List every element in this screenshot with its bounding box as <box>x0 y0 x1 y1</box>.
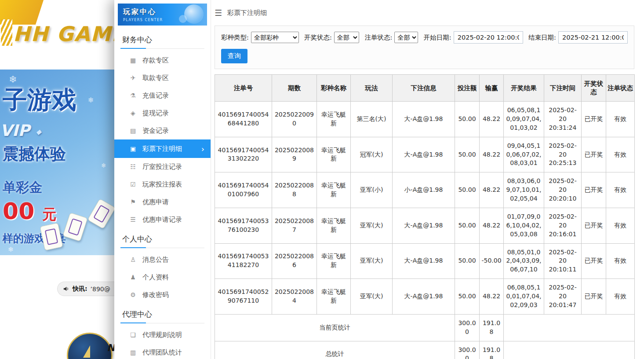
table-cell: 大-A盘@1.98 <box>393 102 455 137</box>
sidebar-item-label: 彩票下注明细 <box>142 145 182 153</box>
total-summary-row: 总统计300.00191.08 <box>215 341 635 359</box>
sidebar-item-label: 个人资料 <box>142 273 169 282</box>
lottery-type-label: 彩种类型: <box>221 33 249 42</box>
sidebar-item-lottery-bet-detail[interactable]: ▣彩票下注明细› <box>114 139 211 158</box>
sidebar-item-label: 优惠申请记录 <box>142 216 182 224</box>
table-cell: 401569174005468441280 <box>215 102 272 137</box>
table-cell: 亚军(大) <box>351 279 393 315</box>
sidebar-item-label: 存款专区 <box>142 56 169 65</box>
mahjong-tile <box>62 212 87 242</box>
sidebar-item-withdraw[interactable]: ✈取款专区 <box>114 69 211 87</box>
filter-row: 彩种类型: 全部彩种 开奖状态: 全部 注单状态: 全部 开始日期: 结束日期 <box>221 31 628 44</box>
diamond-icon: ◆ <box>36 128 41 136</box>
table-cell: 已开奖 <box>582 172 606 208</box>
table-cell: 50.00 <box>455 279 480 315</box>
column-header: 玩法 <box>351 75 393 102</box>
sidebar-header: 玩家中心 PLAYERS CENTER <box>118 4 207 26</box>
ticker-label: 快讯: <box>73 285 87 293</box>
mahjong-tile <box>40 223 63 251</box>
start-date-label: 开始日期: <box>424 33 451 42</box>
sidebar-item-deposit[interactable]: ▦存款专区 <box>114 51 211 69</box>
table-cell: 已开奖 <box>582 102 606 137</box>
table-cell: 大-A盘@1.98 <box>393 243 455 279</box>
table-cell: 401569174005341182270 <box>215 243 272 279</box>
sidebar-item-hall-bet-record[interactable]: ☷厅室投注记录 <box>114 158 211 176</box>
table-cell: 大-A盘@1.98 <box>393 279 455 315</box>
table-cell: 20250220089 <box>272 137 317 172</box>
summary-empty-cell <box>504 341 635 359</box>
table-cell: 已开奖 <box>582 279 606 315</box>
column-header: 注单状态 <box>606 75 635 102</box>
table-cell: 大-A盘@1.98 <box>393 137 455 172</box>
table-cell: 20250220090 <box>272 102 317 137</box>
draw-status-select[interactable]: 全部 <box>334 32 359 43</box>
sidebar-item-player-bet-report[interactable]: ☑玩家投注报表 <box>114 176 211 193</box>
table-cell: 2025-02-20 20:10:11 <box>544 243 582 279</box>
sidebar-section-title: 财务中心 <box>120 29 204 49</box>
column-header: 开奖状态 <box>582 75 606 102</box>
promo-apply-record-icon: ☰ <box>129 216 137 223</box>
sidebar-item-withdrawal-record[interactable]: ◈提现记录 <box>114 104 211 122</box>
table-row: 40156917400534118227020250220086幸运飞艇新亚军(… <box>215 243 635 279</box>
table-cell: 50.00 <box>455 208 480 243</box>
table-cell: 幸运飞艇新 <box>317 208 351 243</box>
table-row: 40156917400543130222020250220089幸运飞艇新冠军(… <box>215 137 635 172</box>
filter-box: 彩种类型: 全部彩种 开奖状态: 全部 注单状态: 全部 开始日期: 结束日期 <box>215 26 634 69</box>
order-status-select[interactable]: 全部 <box>394 32 418 43</box>
column-header: 下注信息 <box>393 75 455 102</box>
sidebar: 玩家中心 PLAYERS CENTER 财务中心▦存款专区✈取款专区⚗充值记录◈… <box>114 0 211 359</box>
search-button[interactable]: 查询 <box>221 49 247 63</box>
table-cell: 401569174005290767110 <box>215 279 272 315</box>
player-center-panel: 玩家中心 PLAYERS CENTER 财务中心▦存款专区✈取款专区⚗充值记录◈… <box>114 0 644 359</box>
logo-gold-stripes <box>1 19 12 46</box>
menu-toggle-icon[interactable]: ☰ <box>215 8 222 18</box>
ball-decoration-icon <box>184 4 204 24</box>
column-header: 注单号 <box>215 75 272 102</box>
summary-bet-total: 300.00 <box>455 314 480 341</box>
lottery-type-select[interactable]: 全部彩种 <box>251 32 299 43</box>
end-date-input[interactable] <box>558 31 628 44</box>
message-icon: ♙ <box>129 256 137 263</box>
column-header: 投注额 <box>455 75 480 102</box>
start-date-input[interactable] <box>454 31 523 44</box>
summary-bet-total: 300.00 <box>455 341 480 359</box>
promo-apply-icon: ⚑ <box>129 198 137 205</box>
speaker-icon <box>63 286 69 292</box>
table-cell: 已开奖 <box>582 137 606 172</box>
table-cell: 401569174005431302220 <box>215 137 272 172</box>
sidebar-item-agent-team-stats[interactable]: ▥代理团队统计 <box>114 344 211 359</box>
sidebar-item-recharge-record[interactable]: ⚗充值记录 <box>114 87 211 104</box>
content-header: ☰ 彩票下注明细 <box>215 0 634 26</box>
sidebar-item-label: 厅室投注记录 <box>142 163 182 171</box>
banner-title: 子游戏 <box>3 84 76 117</box>
ticker-text: ’890@ <box>91 286 110 293</box>
sidebar-item-profile[interactable]: ♟个人资料 <box>114 268 211 286</box>
table-cell: 有效 <box>606 172 635 208</box>
table-cell: 2025-02-20 20:31:24 <box>544 102 582 137</box>
banner-amount: 00 元 <box>3 198 56 224</box>
sidebar-item-agent-rules[interactable]: ❏代理规则说明 <box>114 326 211 344</box>
table-cell: 401569174005401007960 <box>215 172 272 208</box>
sidebar-section-title: 个人中心 <box>120 228 204 248</box>
deposit-icon: ▦ <box>129 57 137 64</box>
sidebar-item-promo-apply[interactable]: ⚑优惠申请 <box>114 193 211 211</box>
sidebar-item-message[interactable]: ♙消息公告 <box>114 251 211 268</box>
snowflake-icon: ❄ <box>88 96 94 104</box>
summary-empty-cell <box>504 314 635 341</box>
column-header: 输赢 <box>480 75 504 102</box>
summary-winloss-total: 191.08 <box>480 341 504 359</box>
sidebar-item-funds-record[interactable]: ▤资金记录 <box>114 122 211 139</box>
table-cell: 06,05,08,10,09,07,04,01,03,02 <box>504 102 544 137</box>
sidebar-item-label: 充值记录 <box>142 92 169 100</box>
sidebar-item-promo-apply-record[interactable]: ☰优惠申请记录 <box>114 211 211 228</box>
banner-slogan: 震撼体验 <box>3 143 66 165</box>
chevron-right-icon: › <box>201 144 204 154</box>
table-cell: 有效 <box>606 279 635 315</box>
hall-bet-record-icon: ☷ <box>129 163 137 170</box>
mahjong-tile <box>87 198 115 229</box>
sidebar-item-password-gear[interactable]: ⚙修改密码 <box>114 286 211 304</box>
summary-winloss-total: 191.08 <box>480 314 504 341</box>
table-cell: 大-A盘@1.98 <box>393 208 455 243</box>
table-cell: 幸运飞艇新 <box>317 172 351 208</box>
table-row: 40156917400546844128020250220090幸运飞艇新第三名… <box>215 102 635 137</box>
